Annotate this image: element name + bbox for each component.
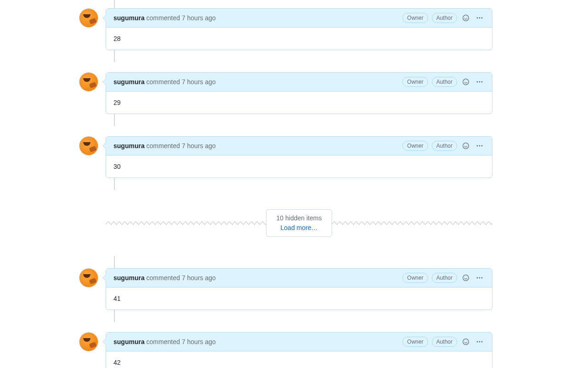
kebab-icon[interactable] — [475, 13, 485, 23]
avatar[interactable] — [79, 136, 98, 155]
svg-point-3 — [477, 17, 478, 19]
svg-point-23 — [481, 277, 483, 279]
timeline-segment — [106, 50, 492, 62]
svg-point-27 — [477, 341, 478, 343]
timeline-segment — [106, 114, 492, 126]
kebab-icon[interactable] — [475, 77, 485, 87]
comment: sugumura commented 7 hours ago Owner Aut… — [79, 332, 492, 368]
svg-point-29 — [481, 341, 483, 343]
timestamp-link[interactable]: 7 hours ago — [182, 274, 216, 282]
hidden-items-divider: 10 hidden items Load more… — [106, 209, 492, 237]
comment-header: sugumura commented 7 hours ago Owner Aut… — [106, 269, 492, 288]
svg-point-11 — [481, 81, 483, 83]
svg-point-17 — [481, 145, 483, 147]
commented-label: commented — [147, 338, 180, 345]
author-badge: Author — [432, 273, 457, 283]
comment-header: sugumura commented 7 hours ago Owner Aut… — [106, 73, 492, 92]
svg-point-4 — [479, 17, 481, 19]
commented-label: commented — [147, 142, 180, 150]
comment: sugumura commented 7 hours ago Owner Aut… — [79, 268, 492, 310]
comment-body: 30 — [106, 155, 492, 178]
author-link[interactable]: sugumura — [113, 142, 145, 150]
load-more-button[interactable]: Load more… — [277, 223, 322, 233]
timestamp-link[interactable]: 7 hours ago — [182, 14, 216, 22]
comment-meta: sugumura commented 7 hours ago — [113, 142, 216, 150]
svg-point-15 — [477, 145, 478, 147]
owner-badge: Owner — [402, 77, 428, 87]
svg-point-28 — [479, 341, 481, 343]
svg-point-7 — [464, 81, 465, 81]
svg-point-0 — [463, 15, 469, 21]
svg-point-6 — [463, 79, 469, 85]
svg-point-26 — [467, 341, 467, 341]
kebab-icon[interactable] — [475, 273, 485, 283]
svg-point-21 — [477, 277, 478, 279]
kebab-icon[interactable] — [475, 141, 485, 151]
comment: sugumura commented 7 hours ago Owner Aut… — [79, 8, 492, 50]
author-link[interactable]: sugumura — [113, 338, 145, 345]
comment-actions: Owner Author — [402, 141, 485, 151]
load-more-box: 10 hidden items Load more… — [266, 209, 333, 237]
timeline-segment — [106, 310, 492, 322]
comment-meta: sugumura commented 7 hours ago — [113, 338, 216, 345]
comment: sugumura commented 7 hours ago Owner Aut… — [79, 72, 492, 114]
svg-point-22 — [479, 277, 481, 279]
svg-point-20 — [467, 277, 467, 277]
comment-meta: sugumura commented 7 hours ago — [113, 274, 216, 282]
timeline-segment — [106, 256, 492, 268]
svg-point-18 — [463, 275, 469, 281]
author-badge: Author — [432, 13, 457, 23]
owner-badge: Owner — [402, 273, 428, 283]
author-link[interactable]: sugumura — [113, 78, 145, 86]
comment-actions: Owner Author — [402, 273, 485, 283]
smiley-icon[interactable] — [461, 13, 471, 23]
svg-point-10 — [479, 81, 481, 83]
avatar[interactable] — [79, 72, 98, 92]
timestamp-link[interactable]: 7 hours ago — [182, 338, 216, 345]
svg-point-5 — [481, 17, 483, 19]
svg-point-2 — [467, 17, 467, 17]
svg-point-8 — [467, 81, 467, 81]
author-link[interactable]: sugumura — [113, 274, 145, 282]
svg-point-24 — [463, 339, 469, 345]
timestamp-link[interactable]: 7 hours ago — [182, 142, 216, 150]
comment-body: 41 — [106, 288, 492, 310]
smiley-icon[interactable] — [461, 77, 471, 87]
owner-badge: Owner — [402, 13, 428, 23]
smiley-icon[interactable] — [461, 337, 471, 347]
svg-point-9 — [477, 81, 478, 83]
commented-label: commented — [147, 78, 180, 86]
timeline-segment — [106, 0, 492, 8]
commented-label: commented — [147, 14, 180, 22]
owner-badge: Owner — [402, 141, 428, 151]
smiley-icon[interactable] — [461, 141, 471, 151]
owner-badge: Owner — [402, 337, 428, 347]
author-link[interactable]: sugumura — [113, 14, 145, 22]
svg-point-13 — [464, 145, 465, 145]
timeline-segment — [106, 178, 492, 190]
comment-body: 42 — [106, 351, 492, 368]
comment-meta: sugumura commented 7 hours ago — [113, 78, 216, 86]
comment: sugumura commented 7 hours ago Owner Aut… — [79, 136, 492, 178]
svg-point-25 — [464, 341, 465, 341]
comment-body: 28 — [106, 28, 492, 50]
kebab-icon[interactable] — [475, 337, 485, 347]
issue-thread: sugumura commented 7 hours ago Owner Aut… — [79, 0, 492, 368]
svg-point-12 — [463, 143, 469, 149]
comment-actions: Owner Author — [402, 13, 485, 23]
comment-header: sugumura commented 7 hours ago Owner Aut… — [106, 333, 492, 351]
comment-header: sugumura commented 7 hours ago Owner Aut… — [106, 137, 492, 155]
commented-label: commented — [147, 274, 180, 282]
svg-point-1 — [464, 17, 465, 17]
avatar[interactable] — [79, 8, 98, 28]
avatar[interactable] — [79, 268, 98, 288]
smiley-icon[interactable] — [461, 273, 471, 283]
svg-point-14 — [467, 145, 467, 145]
author-badge: Author — [432, 141, 457, 151]
avatar[interactable] — [79, 332, 98, 351]
author-badge: Author — [432, 337, 457, 347]
comment-header: sugumura commented 7 hours ago Owner Aut… — [106, 9, 492, 28]
comment-body: 29 — [106, 92, 492, 114]
svg-point-16 — [479, 145, 481, 147]
timestamp-link[interactable]: 7 hours ago — [182, 78, 216, 86]
